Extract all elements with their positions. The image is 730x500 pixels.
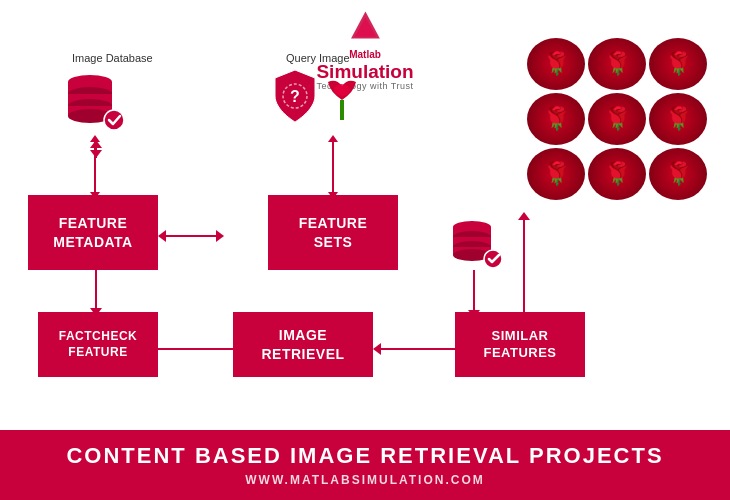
arrow-fc-ir — [158, 343, 241, 355]
similar-features-box: SIMILAR FEATURES — [455, 312, 585, 377]
footer-title: CONTENT BASED IMAGE RETRIEVAL PROJECTS — [66, 443, 663, 469]
arrow-fm-fs — [158, 230, 224, 242]
query-shield-icon: ? — [270, 68, 320, 126]
footer-banner: CONTENT BASED IMAGE RETRIEVAL PROJECTS W… — [0, 430, 730, 500]
svg-point-21 — [484, 250, 502, 268]
footer-url: WWW.MATLABSIMULATION.COM — [245, 473, 485, 487]
database-icon — [58, 68, 133, 133]
arrow-featuredb-down — [468, 270, 480, 318]
arrow-fm-down — [90, 270, 102, 316]
logo-matlab: Matlab — [349, 49, 381, 60]
arrow-db-to-fm — [90, 135, 100, 199]
arrow-sf-up — [518, 212, 530, 318]
rose-2: 🌹 — [588, 38, 646, 90]
svg-point-13 — [334, 84, 350, 96]
rose-1: 🌹 — [527, 38, 585, 90]
roses-grid: 🌹 🌹 🌹 🌹 🌹 🌹 🌹 🌹 🌹 — [527, 38, 712, 206]
rose-3: 🌹 — [649, 38, 707, 90]
matlab-logo-icon — [347, 8, 383, 44]
rose-7: 🌹 — [527, 148, 585, 200]
image-retrievel-box: IMAGE RETRIEVEL — [233, 312, 373, 377]
main-content: Matlab Simulation Technology with Trust … — [0, 0, 730, 430]
query-rose-icon — [320, 72, 365, 124]
factcheck-feature-box: FACTCHECK FEATURE — [38, 312, 158, 377]
arrow-ir-sf — [373, 343, 464, 355]
svg-text:?: ? — [290, 88, 300, 105]
rose-5: 🌹 — [588, 93, 646, 145]
feature-sets-box: FEATURE SETS — [268, 195, 398, 270]
query-image-label: Query Image — [286, 52, 350, 64]
image-database-label: Image Database — [72, 52, 153, 64]
rose-8: 🌹 — [588, 148, 646, 200]
feature-metadata-box: FEATURE METADATA — [28, 195, 158, 270]
rose-4: 🌹 — [527, 93, 585, 145]
rose-6: 🌹 — [649, 93, 707, 145]
svg-rect-12 — [340, 100, 344, 120]
arrow-query-down — [328, 135, 338, 199]
feature-db-icon — [445, 215, 510, 273]
svg-point-9 — [104, 110, 124, 130]
rose-9: 🌹 — [649, 148, 707, 200]
